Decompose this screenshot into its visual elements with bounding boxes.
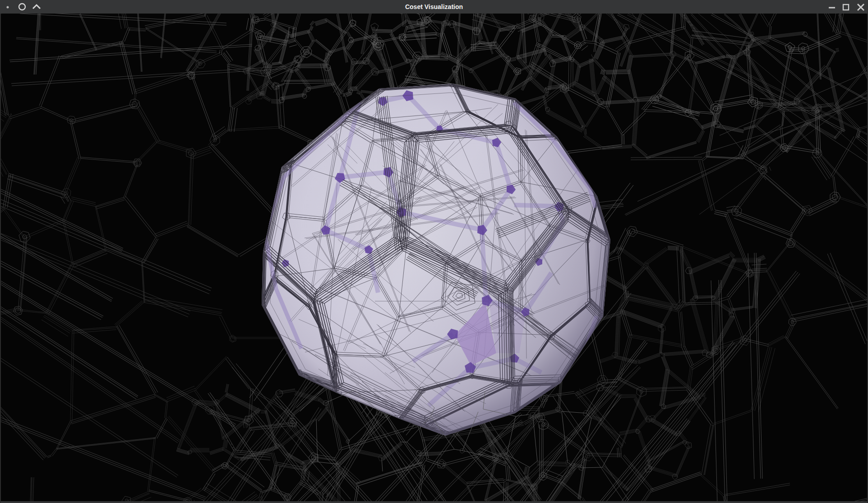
svg-text:Coset Visualization: Coset Visualization bbox=[405, 3, 463, 10]
